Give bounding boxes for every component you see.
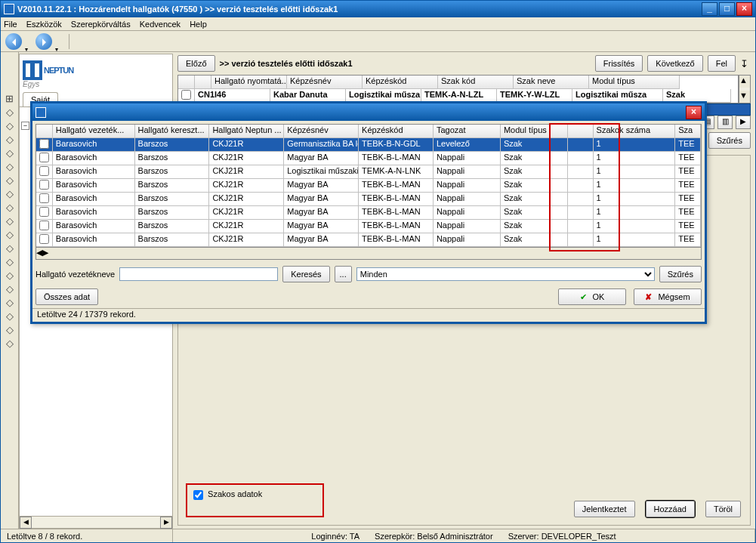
assigned-students-grid[interactable]: Hallgató nyomtatá...KépzésnévKépzéskódSz… xyxy=(177,75,739,103)
hozzaad-button[interactable]: Hozzáad xyxy=(646,501,695,517)
grid-vscroll[interactable]: ▲▼ xyxy=(739,75,751,103)
refresh-button[interactable]: Frissítés xyxy=(595,55,643,72)
statusbar: Letöltve 8 / 8 rekord. Loginnév: TA Szer… xyxy=(1,529,755,542)
left-gutter xyxy=(1,52,19,529)
nav-back-dropdown[interactable] xyxy=(25,44,31,50)
dialog-statusbar: Letöltve 24 / 17379 rekord. xyxy=(32,308,705,322)
logo: NEPTUN Egys xyxy=(20,54,172,90)
menu-tools[interactable]: Eszközök xyxy=(26,20,62,29)
maximize-button[interactable]: □ xyxy=(719,2,735,16)
menu-favorites[interactable]: Kedvencek xyxy=(140,20,181,29)
nav-forward-dropdown[interactable] xyxy=(55,44,61,50)
student-picker-dialog: × Hallgató vezeték...Hallgató kereszt...… xyxy=(30,101,707,324)
pin-icon[interactable] xyxy=(740,58,751,69)
filter-button[interactable]: Szűrés xyxy=(708,132,751,149)
dialog-browse-button[interactable]: ... xyxy=(335,266,352,282)
nav-forward-icon[interactable] xyxy=(35,33,52,50)
grid-btn-2[interactable]: ▥ xyxy=(717,116,733,129)
dialog-search-button[interactable]: Keresés xyxy=(282,266,329,282)
dialog-filter-button[interactable]: Szűrés xyxy=(659,266,702,282)
szakos-adatok-highlight: Szakos adatok xyxy=(186,483,324,517)
nav-back-icon[interactable] xyxy=(5,33,22,50)
modul-tipus-highlight xyxy=(549,123,620,251)
torol-button[interactable]: Töröl xyxy=(705,501,741,517)
prev-button[interactable]: Előző xyxy=(177,55,215,72)
dialog-filter-input[interactable] xyxy=(119,267,278,281)
up-button[interactable]: Fel xyxy=(708,55,736,72)
grid-btn-3[interactable]: ▶ xyxy=(736,116,751,129)
window-title: V2010.11.22.1 : Hozzárendelt hallgatók (… xyxy=(17,5,338,14)
dialog-icon xyxy=(35,107,46,118)
context-caption: >> verzió tesztelés előtti időszak1 xyxy=(220,59,353,68)
dialog-filter-combo[interactable]: Minden xyxy=(356,267,655,281)
menu-roles[interactable]: Szerepkörváltás xyxy=(71,20,131,29)
menu-file[interactable]: File xyxy=(4,20,17,29)
menu-help[interactable]: Help xyxy=(190,20,207,29)
dialog-titlebar[interactable]: × xyxy=(32,103,705,121)
app-icon xyxy=(4,4,14,14)
dialog-close-button[interactable]: × xyxy=(686,106,702,119)
next-button[interactable]: Következő xyxy=(647,55,702,72)
gutter-expand-icon[interactable] xyxy=(4,93,16,105)
main-titlebar[interactable]: V2010.11.22.1 : Hozzárendelt hallgatók (… xyxy=(1,1,755,17)
menubar: File Eszközök Szerepkörváltás Kedvencek … xyxy=(1,17,755,31)
tree-hscroll[interactable]: ◀▶ xyxy=(20,516,172,528)
ok-button[interactable]: OK xyxy=(558,288,626,305)
nav-toolbar xyxy=(1,31,755,52)
cancel-button[interactable]: Mégsem xyxy=(634,288,702,305)
close-button[interactable]: × xyxy=(736,2,752,16)
minimize-button[interactable]: _ xyxy=(702,2,717,16)
szakos-adatok-checkbox[interactable] xyxy=(193,490,203,500)
jelentkeztet-button[interactable]: Jelentkeztet xyxy=(574,501,635,517)
all-data-button[interactable]: Összes adat xyxy=(35,288,98,305)
